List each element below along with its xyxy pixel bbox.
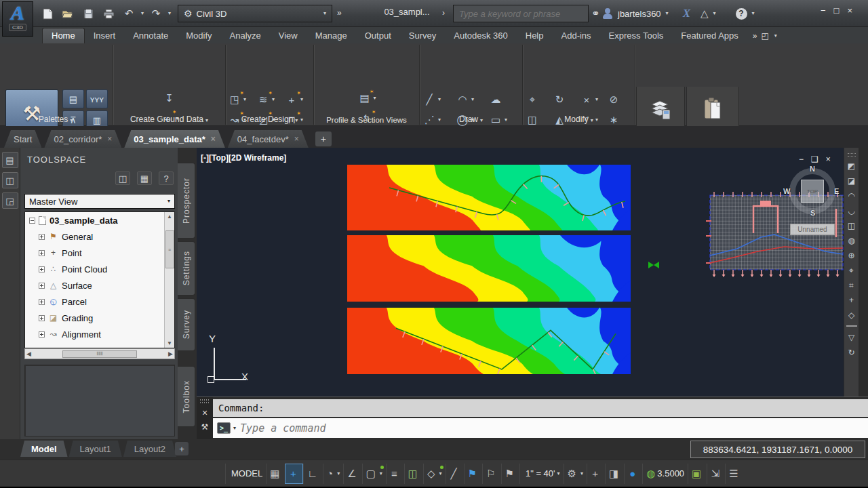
plot-button[interactable] — [100, 6, 117, 21]
ribbon-state-caret-icon[interactable]: ▾ — [774, 33, 777, 39]
undo-caret[interactable]: ▾ — [141, 11, 144, 16]
status-menu-button[interactable]: ☰ — [725, 464, 743, 484]
viewcube-south[interactable]: S — [810, 209, 815, 217]
surface-crest-icon[interactable]: ◠ — [846, 190, 858, 201]
command-grip[interactable] — [200, 399, 210, 403]
open-file-button[interactable] — [60, 6, 76, 21]
hardware-acceleration-toggle[interactable]: ● — [624, 464, 642, 484]
annotation-scale-value[interactable]: 1" = 40' ▾ — [519, 464, 564, 484]
ribbon-tab[interactable]: Survey — [400, 28, 445, 43]
3d-object-snap-toggle[interactable]: ◇ ▾ — [423, 464, 446, 484]
layer-palette-dock-icon[interactable]: ▤ — [2, 152, 18, 168]
layout-tab[interactable]: Layout1 — [69, 441, 122, 457]
ribbon-tab[interactable]: View — [270, 28, 307, 43]
expand-icon[interactable] — [39, 283, 45, 289]
expand-icon[interactable] — [39, 234, 45, 240]
search-input[interactable] — [458, 8, 584, 20]
new-layout-button[interactable]: + — [175, 442, 189, 455]
scroll-up-icon[interactable]: ▲ — [167, 214, 172, 220]
trim-icon[interactable]: × ▾ — [579, 92, 606, 107]
toolbar-overflow-icon[interactable]: » — [337, 8, 340, 18]
lineweight-display-toggle[interactable]: ≡ — [386, 464, 404, 484]
scrollbar-thumb[interactable]: ≡ — [165, 230, 174, 268]
tree-item[interactable]: ∴ Point Cloud — [25, 261, 174, 277]
layout-tab[interactable]: Model — [20, 441, 68, 457]
modify-panel-label[interactable]: Modify▾ — [523, 115, 635, 124]
create-ground-data-label[interactable]: Create Ground Data▾ — [113, 115, 225, 124]
help-icon[interactable]: ? — [159, 171, 174, 185]
scroll-left-icon[interactable]: ◀ — [26, 350, 31, 357]
expand-icon[interactable] — [39, 299, 45, 305]
help-caret-icon[interactable]: ▾ — [752, 11, 755, 16]
feature-line-icon[interactable]: ≋✶ ▾ — [256, 92, 284, 107]
tree-item[interactable]: ↝ Alignment — [25, 326, 174, 342]
search-binoculars-icon[interactable]: ⚭ — [591, 7, 600, 20]
save-button[interactable] — [80, 6, 96, 21]
user-name[interactable]: jbartels360 — [618, 9, 661, 19]
ribbon-tab[interactable]: Home — [42, 28, 85, 43]
profile-view-icon[interactable]: ▤✶ ▾ — [357, 91, 376, 106]
erase-icon[interactable]: ⊘ — [606, 92, 633, 107]
restore-button[interactable]: □ — [834, 5, 840, 16]
revcloud-icon[interactable]: ☁ — [488, 92, 521, 107]
help-icon[interactable]: ? — [736, 8, 747, 20]
add-status-button[interactable]: + — [587, 464, 605, 484]
object-snap-toggle[interactable]: ▢ ▾ — [362, 464, 386, 484]
hscrollbar-thumb[interactable]: ⦀⦀⦀ — [62, 350, 137, 358]
scroll-right-icon[interactable]: ▶ — [168, 350, 173, 357]
tree-root-row[interactable]: 03_sample_data — [25, 212, 174, 228]
vp-close-button[interactable]: × — [826, 155, 831, 164]
point-group-icon[interactable]: ◇ — [846, 309, 858, 321]
close-tab-icon[interactable]: × — [211, 134, 216, 144]
create-design-label[interactable]: Create Design▾ — [226, 115, 313, 124]
clean-screen-toggle[interactable]: ⇲ — [707, 464, 725, 484]
customization-button[interactable]: ◨ — [605, 464, 624, 484]
viewport-controls-label[interactable]: [-][Top][2D Wireframe] — [201, 153, 286, 163]
redo-button[interactable]: ↷ — [148, 6, 164, 21]
tab-toolbox[interactable]: Toolbox — [178, 366, 195, 427]
scroll-down-icon[interactable]: ▼ — [167, 340, 172, 346]
application-menu-button[interactable]: A C3D — [2, 1, 33, 37]
paste-special-icon[interactable]: ◫ — [846, 220, 858, 231]
ribbon-state-icon[interactable]: ◰ — [762, 31, 769, 41]
command-close-icon[interactable]: × — [202, 407, 208, 418]
ribbon-tabs-overflow-icon[interactable]: » — [753, 31, 756, 41]
command-wrench-icon[interactable]: ⚒ — [201, 422, 209, 432]
surface-flag-icon[interactable]: ◩ — [846, 160, 858, 171]
close-button[interactable]: × — [847, 5, 852, 16]
properties-palette-icon[interactable]: ▤ — [62, 89, 84, 108]
vp-minimize-button[interactable]: − — [799, 155, 804, 164]
tree-vertical-scrollbar[interactable]: ▲ ≡ ▼ — [164, 212, 174, 348]
viewcube-west[interactable]: W — [783, 187, 790, 195]
move-icon[interactable]: ⌖ — [525, 92, 552, 107]
search-box[interactable] — [453, 5, 589, 22]
level-of-detail-indicator[interactable]: ◍ 3.5000 — [642, 464, 688, 484]
drawing-viewport[interactable]: [-][Top][2D Wireframe] Y X −❑× N W E S T… — [197, 148, 868, 396]
panorama-icon[interactable]: ▦ — [137, 171, 152, 185]
surface-elevation-band-3[interactable] — [347, 308, 631, 374]
tree-item[interactable]: + Point — [25, 245, 174, 261]
ribbon-tab[interactable]: Express Tools — [600, 28, 673, 43]
tree-item[interactable]: ⚑ General — [25, 228, 174, 245]
grid-sphere-icon[interactable]: ⊕ — [846, 249, 858, 261]
ribbon-tab[interactable]: Autodesk 360 — [445, 28, 517, 43]
ribbon-tab[interactable]: Help — [517, 28, 553, 43]
point-label-icon[interactable]: ⌗ — [846, 279, 858, 291]
rotate-icon[interactable]: ↻ — [552, 92, 579, 107]
workspace-dropdown[interactable]: ⚙ Civil 3D ▾ — [178, 5, 332, 22]
collapse-icon[interactable] — [29, 218, 35, 224]
command-recent-caret-icon[interactable]: ▾ — [233, 426, 236, 431]
transparency-toggle[interactable]: ◫ — [404, 464, 423, 484]
user-caret-icon[interactable]: ▾ — [666, 11, 669, 16]
tree-item[interactable]: ⋈ Profile — [25, 342, 174, 348]
ribbon-tab[interactable]: Add-ins — [553, 28, 600, 43]
object-snap-tracking-toggle[interactable]: ╱ — [446, 464, 464, 484]
annotation-scale-icon[interactable]: ⚑ — [501, 464, 519, 484]
undo-button[interactable]: ↶ — [121, 6, 137, 21]
file-tab[interactable]: 03_sample_data* × — [124, 130, 225, 148]
tab-prospector[interactable]: Prospector — [178, 163, 195, 239]
palettes-panel-label[interactable]: Palettes▾ — [0, 115, 111, 124]
viewcube[interactable]: N W E S TOP — [788, 167, 837, 216]
ribbon-tab[interactable]: Manage — [307, 28, 356, 43]
tree-item[interactable]: ◪ Grading — [25, 310, 174, 326]
